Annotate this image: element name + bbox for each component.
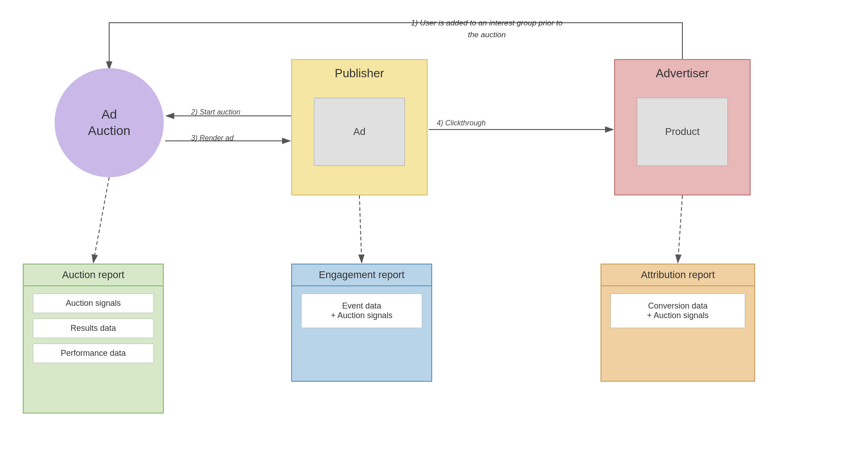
ad-label: Ad <box>353 126 366 138</box>
svg-line-5 <box>93 177 109 263</box>
svg-line-7 <box>678 195 682 263</box>
publisher-title: Publisher <box>292 66 427 80</box>
performance-data-item: Performance data <box>33 344 154 363</box>
publisher-node: Publisher Ad <box>291 59 428 195</box>
results-data-item: Results data <box>33 319 154 338</box>
advertiser-inner-box: Product <box>637 98 728 166</box>
clickthrough-label: 4) Clickthrough <box>437 119 486 127</box>
interest-group-note: 1) User is added to an interest group pr… <box>409 17 564 40</box>
render-ad-label: 3) Render ad <box>191 134 233 142</box>
auction-report-title: Auction report <box>24 264 163 286</box>
svg-line-6 <box>359 195 362 263</box>
attribution-report-items: Conversion data + Auction signals <box>601 286 754 381</box>
attribution-report: Attribution report Conversion data + Auc… <box>601 264 755 382</box>
attribution-report-title: Attribution report <box>601 264 754 286</box>
conversion-data-item: Conversion data + Auction signals <box>611 294 745 328</box>
engagement-report-title: Engagement report <box>292 264 431 286</box>
start-auction-label: 2) Start auction <box>191 108 241 116</box>
ad-auction-node: Ad Auction <box>55 68 164 177</box>
engagement-report-items: Event data + Auction signals <box>292 286 431 381</box>
product-label: Product <box>665 126 700 138</box>
diagram-container: 1) User is added to an interest group pr… <box>0 0 868 449</box>
engagement-report: Engagement report Event data + Auction s… <box>291 264 432 382</box>
advertiser-title: Advertiser <box>615 66 750 80</box>
advertiser-node: Advertiser Product <box>614 59 751 195</box>
auction-report-items: Auction signals Results data Performance… <box>24 286 163 413</box>
event-data-item: Event data + Auction signals <box>301 294 422 328</box>
publisher-inner-box: Ad <box>314 98 405 166</box>
ad-auction-label: Ad Auction <box>88 106 130 140</box>
auction-signals-item: Auction signals <box>33 294 154 313</box>
auction-report: Auction report Auction signals Results d… <box>23 264 164 414</box>
